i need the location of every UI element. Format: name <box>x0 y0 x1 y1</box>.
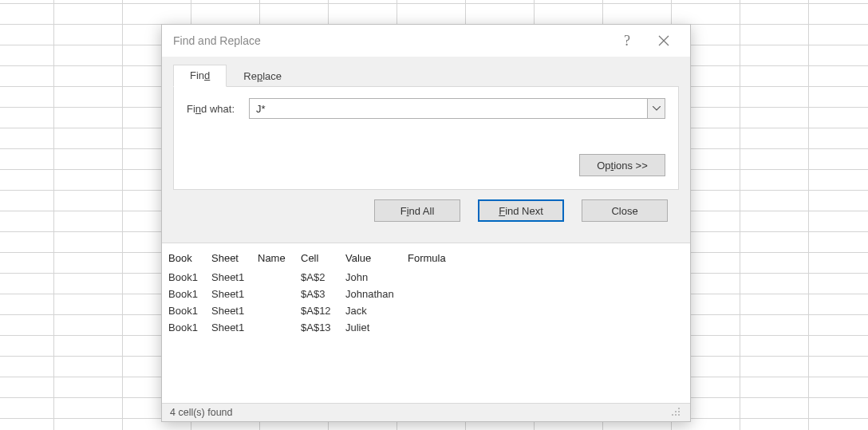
resize-grip-icon[interactable] <box>671 407 682 418</box>
table-row[interactable]: Book1Sheet1$A$12Jack <box>162 302 690 319</box>
help-icon[interactable]: ? <box>609 28 645 53</box>
cell-value: Jack <box>339 302 401 319</box>
results-panel: Book Sheet Name Cell Value Formula Book1… <box>162 243 690 403</box>
table-row[interactable]: Book1Sheet1$A$3Johnathan <box>162 286 690 302</box>
tab-find-label: Find <box>190 69 210 81</box>
tab-find[interactable]: Find <box>173 65 227 87</box>
close-icon[interactable] <box>645 28 682 53</box>
cell-formula <box>401 286 690 302</box>
col-formula[interactable]: Formula <box>401 250 690 269</box>
options-button[interactable]: Options >> <box>579 154 665 176</box>
cell-book: Book1 <box>162 319 205 336</box>
cell-formula <box>401 319 690 336</box>
tab-replace-label: Replace <box>243 70 282 82</box>
cell-formula <box>401 302 690 319</box>
find-what-label: Find what: <box>187 103 235 115</box>
find-what-input[interactable] <box>250 99 647 118</box>
cell-name <box>251 269 294 286</box>
col-name[interactable]: Name <box>251 250 294 269</box>
cell-cell: $A$12 <box>294 302 339 319</box>
cell-cell: $A$13 <box>294 319 339 336</box>
table-row[interactable]: Book1Sheet1$A$2John <box>162 269 690 286</box>
col-cell[interactable]: Cell <box>294 250 339 269</box>
find-next-button[interactable]: Find Next <box>478 199 564 222</box>
col-value[interactable]: Value <box>339 250 401 269</box>
cell-value: Johnathan <box>339 286 401 302</box>
find-what-combo <box>249 98 665 119</box>
cell-sheet: Sheet1 <box>205 319 251 336</box>
cell-cell: $A$3 <box>294 286 339 302</box>
status-text: 4 cell(s) found <box>170 407 233 418</box>
find-what-dropdown[interactable] <box>647 99 665 118</box>
action-row: Find All Find Next Close <box>173 190 679 222</box>
cell-book: Book1 <box>162 286 205 302</box>
cell-name <box>251 286 294 302</box>
tab-replace[interactable]: Replace <box>227 65 298 87</box>
close-button[interactable]: Close <box>582 199 668 222</box>
cell-value: Juliet <box>339 319 401 336</box>
cell-book: Book1 <box>162 302 205 319</box>
dialog-title: Find and Replace <box>173 34 609 47</box>
cell-formula <box>401 269 690 286</box>
results-table[interactable]: Book Sheet Name Cell Value Formula Book1… <box>162 250 690 336</box>
cell-sheet: Sheet1 <box>205 302 251 319</box>
cell-cell: $A$2 <box>294 269 339 286</box>
cell-name <box>251 319 294 336</box>
col-sheet[interactable]: Sheet <box>205 250 251 269</box>
find-panel: Find what: Options >> <box>173 87 679 190</box>
find-all-button[interactable]: Find All <box>374 199 460 222</box>
cell-book: Book1 <box>162 269 205 286</box>
cell-value: John <box>339 269 401 286</box>
cell-name <box>251 302 294 319</box>
col-book[interactable]: Book <box>162 250 205 269</box>
titlebar: Find and Replace ? <box>162 25 690 57</box>
table-row[interactable]: Book1Sheet1$A$13Juliet <box>162 319 690 336</box>
cell-sheet: Sheet1 <box>205 269 251 286</box>
cell-sheet: Sheet1 <box>205 286 251 302</box>
statusbar: 4 cell(s) found <box>162 403 690 421</box>
find-replace-dialog: Find and Replace ? Find Replace Find wha… <box>161 24 691 422</box>
tabstrip: Find Replace <box>173 65 679 87</box>
